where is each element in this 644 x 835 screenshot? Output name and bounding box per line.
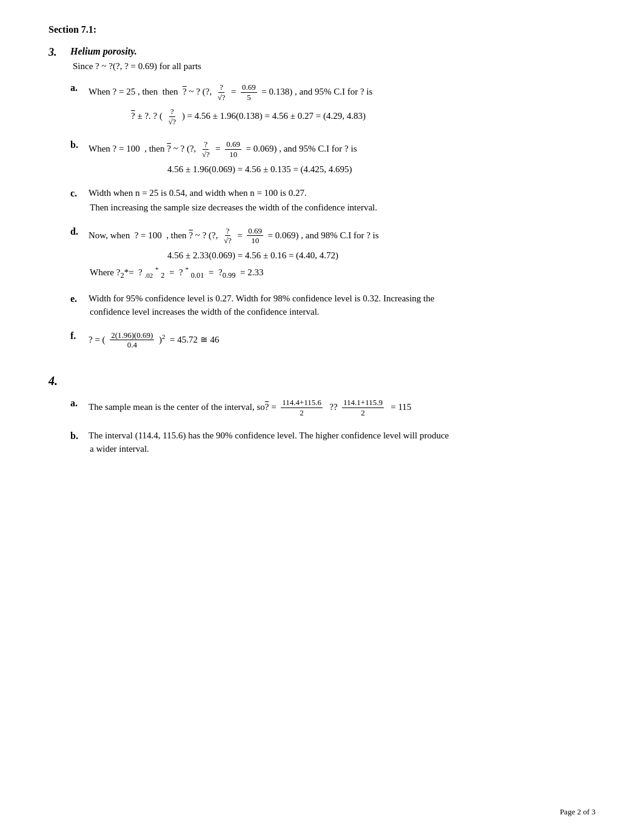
sub-2a: 2 <box>120 271 124 280</box>
part-d: d. Now, when ? = 100 , then ? ~ ? (?, ?√… <box>70 226 595 280</box>
part-d-line3: Where ?2*= ? .02 * 2 = ? * 0.01 = ?0.99 … <box>90 266 595 280</box>
problem-3: 3. Helium porosity. Since ? ~ ?(?, ? = 0… <box>49 46 595 350</box>
part-b-content: When ? = 100 , then ? ~ ? (?, ?√? = 0.69… <box>89 139 595 159</box>
part-c-line2: Then increasing the sample size decrease… <box>90 203 595 213</box>
sub-001: 0.01 <box>191 271 204 280</box>
part-a-line2: ? ± ?. ? ( ?√? ) = 4.56 ± 1.96(0.138) = … <box>131 107 595 126</box>
part-b-line2: 4.56 ± 1.96(0.069) = 4.56 ± 0.135 = (4.4… <box>167 164 595 175</box>
part-4b-label: b. <box>70 431 89 441</box>
part-b: b. When ? = 100 , then ? ~ ? (?, ?√? = 0… <box>70 139 595 174</box>
sub-2b: 2 <box>161 271 164 280</box>
part-f-content: ? = ( 2(1.96)(0.69)0.4 )2 = 45.72 ≅ 46 <box>89 330 595 350</box>
problem-3-title: Helium porosity. <box>70 46 137 57</box>
section-title: Section 7.1: <box>49 24 595 35</box>
part-f: f. ? = ( 2(1.96)(0.69)0.4 )2 = 45.72 ≅ 4… <box>70 330 595 350</box>
part-a: a. When ? = 25 , then then ? ~ ? (?, ?√?… <box>70 82 595 126</box>
problem-4: 4. a. The sample mean is the center of t… <box>49 374 595 454</box>
part-4a-content: The sample mean is the center of the int… <box>89 398 595 417</box>
part-f-label: f. <box>70 330 89 341</box>
part-4a-label: a. <box>70 398 89 409</box>
then-keyword: then <box>163 87 178 96</box>
part-a-label: a. <box>70 82 89 93</box>
since-line: Since ? ~ ?(?, ? = 0.69) for all parts <box>73 61 595 72</box>
part-4b: b. The interval (114.4, 115.6) has the 9… <box>70 431 595 454</box>
problem-3-number: 3. <box>49 46 70 59</box>
part-d-line2: 4.56 ± 2.33(0.069) = 4.56 ± 0.16 = (4.40… <box>167 250 595 261</box>
part-a-content: When ? = 25 , then then ? ~ ? (?, ?√? = … <box>89 82 595 102</box>
part-c-label: c. <box>70 188 89 199</box>
part-e: e. Width for 95% confidence level is 0.2… <box>70 293 595 317</box>
part-e-line2: confidence level increases the width of … <box>90 307 595 317</box>
page-footer: Page 2 of 3 <box>560 807 595 817</box>
part-e-label: e. <box>70 293 89 304</box>
part-4b-content: The interval (114.4, 115.6) has the 90% … <box>89 431 595 441</box>
part-d-label: d. <box>70 226 89 237</box>
part-b-label: b. <box>70 139 89 150</box>
part-4b-line2: a wider interval. <box>90 444 595 454</box>
part-4a: a. The sample mean is the center of the … <box>70 398 595 417</box>
part-c-content: Width when n = 25 is 0.54, and width whe… <box>89 188 595 198</box>
problem-4-number: 4. <box>49 374 58 387</box>
part-d-content: Now, when ? = 100 , then ? ~ ? (?, ?√? =… <box>89 226 595 246</box>
sub-099: 0.99 <box>223 271 236 280</box>
part-e-content: Width for 95% confidence level is 0.27. … <box>89 293 595 304</box>
part-c: c. Width when n = 25 is 0.54, and width … <box>70 188 595 213</box>
